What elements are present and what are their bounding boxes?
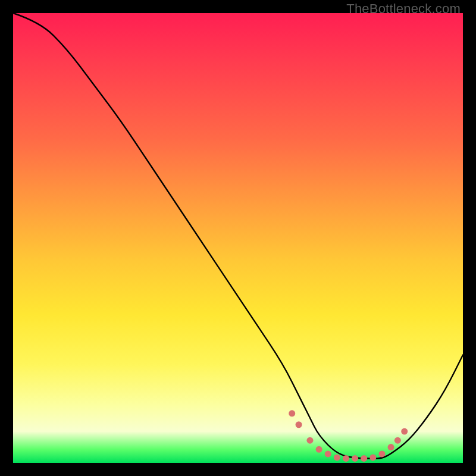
bottleneck-curve xyxy=(13,13,463,458)
marker-dot xyxy=(394,437,401,444)
marker-dot xyxy=(316,446,322,453)
marker-dot xyxy=(325,450,331,457)
plot-area xyxy=(13,13,463,463)
marker-dot xyxy=(369,454,376,461)
marker-dot xyxy=(306,437,313,444)
marker-dot xyxy=(296,421,302,428)
marker-dot xyxy=(289,410,295,416)
chart-stage: TheBottleneck.com xyxy=(0,0,476,476)
marker-dot xyxy=(361,455,367,462)
curve-svg xyxy=(13,13,463,463)
marker-dot xyxy=(378,450,385,457)
marker-dot xyxy=(334,454,340,461)
marker-dot xyxy=(388,444,394,450)
marker-dot xyxy=(401,428,408,435)
marker-dot xyxy=(343,455,349,462)
marker-dot xyxy=(352,455,358,462)
